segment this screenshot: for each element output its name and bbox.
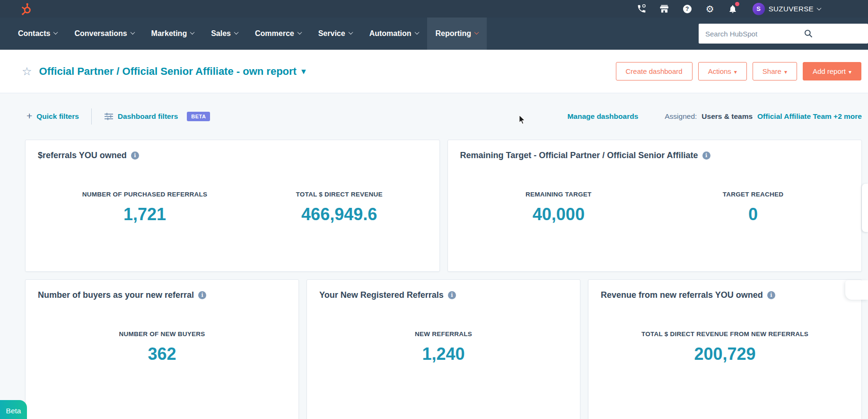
card-title: Number of buyers as your new referral i: [38, 290, 286, 300]
chevron-down-icon: [130, 30, 135, 35]
account-menu[interactable]: S SUZUVERSE: [753, 3, 821, 15]
chevron-down-icon: [474, 30, 479, 35]
metric: REMAINING TARGET 40,000: [526, 191, 592, 224]
info-icon[interactable]: i: [198, 291, 206, 299]
caret-down-icon: ▾: [734, 69, 737, 75]
page-title: Official Partner / Official Senior Affil…: [39, 65, 297, 78]
phone-icon[interactable]: [636, 3, 648, 15]
report-row-1: $referrals YOU owned i NUMBER OF PURCHAS…: [25, 140, 862, 272]
metric-value: 40,000: [526, 205, 592, 224]
hubspot-logo[interactable]: [20, 3, 32, 15]
metric: TOTAL $ DIRECT REVENUE 466,949.6: [296, 191, 383, 224]
info-icon[interactable]: i: [702, 152, 710, 160]
caret-down-icon: ▾: [784, 69, 787, 75]
quick-filters-button[interactable]: + Quick filters: [26, 111, 79, 122]
nav-item-reporting[interactable]: Reporting: [427, 18, 487, 50]
beta-feedback-tab[interactable]: Beta: [0, 400, 27, 419]
notifications-icon[interactable]: [727, 3, 738, 15]
metric-value: 200,729: [641, 344, 808, 364]
chevron-down-icon: [348, 30, 353, 35]
divider: [91, 108, 92, 125]
nav-item-commerce[interactable]: Commerce: [246, 18, 310, 50]
favorite-star-icon[interactable]: ☆: [22, 66, 32, 77]
caret-down-icon: ▾: [849, 69, 851, 75]
info-icon[interactable]: i: [131, 152, 139, 160]
assigned-label: Assigned:: [665, 112, 697, 121]
right-floating-widget[interactable]: [845, 280, 868, 300]
metric: NUMBER OF NEW BUYERS 362: [119, 330, 205, 364]
info-icon[interactable]: i: [448, 291, 456, 299]
marketplace-icon[interactable]: [659, 3, 670, 15]
metric-value: 466,949.6: [296, 205, 383, 224]
actions-button[interactable]: Actions▾: [698, 62, 747, 80]
beta-badge: BETA: [187, 112, 210, 121]
metric-value: 1,240: [415, 344, 472, 364]
chevron-down-icon: [190, 30, 195, 35]
nav-item-marketing[interactable]: Marketing: [143, 18, 203, 50]
sliders-icon: [104, 112, 114, 121]
card-title: Remaining Target - Official Partner / Of…: [460, 151, 850, 160]
add-report-button[interactable]: Add report▾: [803, 62, 861, 80]
chevron-down-icon: [53, 30, 58, 35]
nav-item-automation[interactable]: Automation: [361, 18, 427, 50]
settings-icon[interactable]: ⚙: [704, 3, 716, 15]
report-row-2: Number of buyers as your new referral i …: [25, 279, 862, 419]
search-input[interactable]: [699, 30, 817, 38]
report-card-new-registered-referrals: Your New Registered Referrals i NEW REFE…: [307, 279, 580, 419]
nav-item-service[interactable]: Service: [310, 18, 361, 50]
info-icon[interactable]: i: [767, 291, 775, 299]
metric-value: 1,721: [82, 205, 208, 224]
metric: TOTAL $ DIRECT REVENUE FROM NEW REFERRAL…: [641, 330, 808, 364]
dashboard-filters-button[interactable]: Dashboard filters BETA: [104, 112, 210, 121]
metric: TARGET REACHED 0: [723, 191, 784, 224]
plus-icon: +: [26, 110, 32, 122]
chevron-down-icon: [414, 30, 419, 35]
top-utility-bar: ? ⚙ S SUZUVERSE: [0, 0, 868, 18]
nav-item-contacts[interactable]: Contacts: [9, 18, 66, 50]
assigned-type: Users & teams: [701, 112, 753, 121]
page-header: ☆ Official Partner / Official Senior Aff…: [0, 50, 868, 93]
notification-dot: [735, 2, 739, 6]
report-card-new-buyers: Number of buyers as your new referral i …: [25, 279, 299, 419]
card-title: Your New Registered Referrals i: [319, 290, 568, 300]
report-card-referrals-owned: $referrals YOU owned i NUMBER OF PURCHAS…: [25, 140, 440, 272]
dashboard-switcher-caret-icon[interactable]: ▾: [301, 66, 306, 77]
filter-bar: + Quick filters Dashboard filters BETA M…: [26, 107, 862, 125]
global-search: [699, 24, 868, 44]
manage-dashboards-link[interactable]: Manage dashboards: [567, 112, 638, 121]
report-card-remaining-target: Remaining Target - Official Partner / Of…: [447, 140, 862, 272]
create-dashboard-button[interactable]: Create dashboard: [616, 62, 693, 80]
help-icon[interactable]: ?: [682, 3, 693, 15]
primary-nav: Contacts Conversations Marketing Sales C…: [0, 18, 868, 50]
nav-item-sales[interactable]: Sales: [202, 18, 246, 50]
account-avatar: S: [753, 3, 765, 15]
share-button[interactable]: Share▾: [753, 62, 797, 80]
nav-item-conversations[interactable]: Conversations: [66, 18, 142, 50]
metric-value: 362: [119, 344, 205, 364]
assigned-team-link[interactable]: Official Affiliate Team +2 more: [757, 112, 862, 121]
chevron-down-icon: [817, 6, 822, 10]
right-edge-panel-handle[interactable]: [862, 184, 868, 232]
card-title: $referrals YOU owned i: [38, 151, 427, 160]
metric-value: 0: [723, 205, 784, 224]
account-name: SUZUVERSE: [769, 5, 814, 13]
card-title: Revenue from new referrals YOU owned i: [601, 290, 849, 300]
metric: NEW REFERRALS 1,240: [415, 330, 472, 364]
metric: NUMBER OF PURCHASED REFERRALS 1,721: [82, 191, 208, 224]
chevron-down-icon: [297, 30, 302, 35]
chevron-down-icon: [234, 30, 239, 35]
report-card-revenue-new-referrals: Revenue from new referrals YOU owned i T…: [588, 279, 862, 419]
search-icon[interactable]: [804, 29, 813, 40]
